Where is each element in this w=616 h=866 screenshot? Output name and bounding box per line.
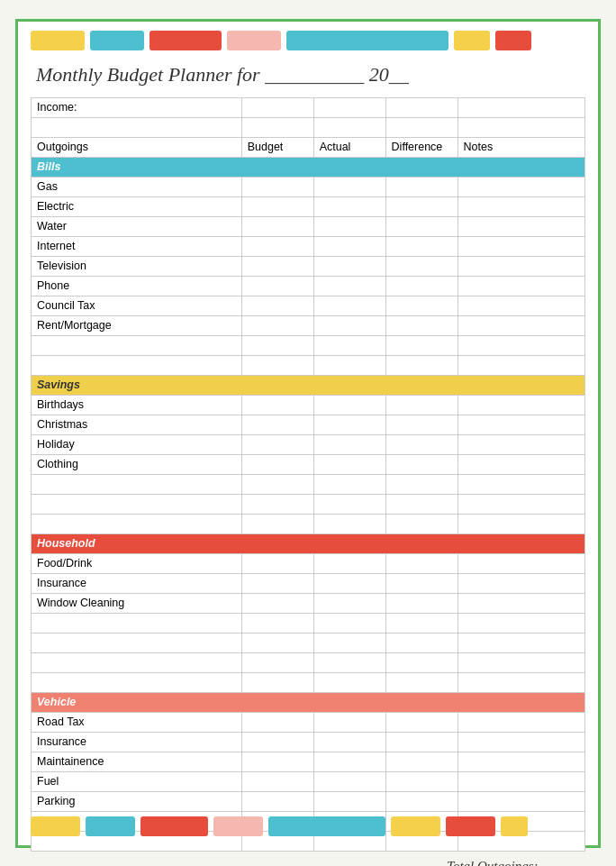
spacer-household-4 — [32, 672, 585, 692]
household-insurance-notes[interactable] — [457, 573, 584, 593]
vehicle-fuel-budget[interactable] — [241, 771, 313, 791]
savings-birthdays-notes[interactable] — [457, 395, 584, 415]
bills-electric-notes[interactable] — [457, 196, 584, 216]
household-windowcleaning-name: Window Cleaning — [32, 593, 242, 613]
savings-christmas-actual[interactable] — [313, 415, 385, 434]
vehicle-insurance-row: Insurance — [32, 732, 585, 752]
vehicle-roadtax-actual[interactable] — [313, 712, 385, 732]
bills-electric-actual[interactable] — [313, 196, 385, 216]
bills-rentmortgage-actual[interactable] — [313, 315, 385, 335]
bills-counciltax-notes[interactable] — [457, 296, 584, 315]
household-fooddrink-notes[interactable] — [457, 553, 584, 573]
savings-holiday-notes[interactable] — [457, 434, 584, 454]
bills-gas-budget[interactable] — [241, 177, 313, 196]
bills-internet-actual[interactable] — [313, 236, 385, 256]
col-outgoings-header: Outgoings — [32, 137, 242, 157]
vehicle-fuel-actual[interactable] — [313, 771, 385, 791]
bills-water-actual[interactable] — [313, 216, 385, 236]
savings-birthdays-diff — [385, 395, 457, 415]
income-row: Income: — [32, 97, 585, 117]
bills-counciltax-budget[interactable] — [241, 296, 313, 315]
bills-water-budget[interactable] — [241, 216, 313, 236]
savings-clothing-budget[interactable] — [241, 454, 313, 474]
bills-internet-notes[interactable] — [457, 236, 584, 256]
bills-gas-notes[interactable] — [457, 177, 584, 196]
vehicle-insurance-budget[interactable] — [241, 732, 313, 752]
vehicle-maintainence-actual[interactable] — [313, 752, 385, 771]
savings-holiday-actual[interactable] — [313, 434, 385, 454]
color-bar-bottom — [18, 811, 598, 845]
household-label: Household — [32, 533, 585, 553]
household-fooddrink-actual[interactable] — [313, 553, 385, 573]
household-windowcleaning-actual[interactable] — [313, 593, 385, 613]
savings-holiday-budget[interactable] — [241, 434, 313, 454]
vehicle-insurance-actual[interactable] — [313, 732, 385, 752]
vehicle-parking-budget[interactable] — [241, 791, 313, 811]
household-insurance-budget[interactable] — [241, 573, 313, 593]
savings-clothing-actual[interactable] — [313, 454, 385, 474]
vehicle-parking-actual[interactable] — [313, 791, 385, 811]
page: Monthly Budget Planner for __________ 20… — [15, 19, 601, 848]
vehicle-fuel-notes[interactable] — [457, 771, 584, 791]
vehicle-parking-notes[interactable] — [457, 791, 584, 811]
col-notes-header: Notes — [457, 137, 584, 157]
vehicle-roadtax-notes[interactable] — [457, 712, 584, 732]
household-insurance-actual[interactable] — [313, 573, 385, 593]
bills-television-notes[interactable] — [457, 256, 584, 276]
bills-electric-budget[interactable] — [241, 196, 313, 216]
savings-clothing-name: Clothing — [32, 454, 242, 474]
household-fooddrink-row: Food/Drink — [32, 553, 585, 573]
bills-television-actual[interactable] — [313, 256, 385, 276]
bills-counciltax-name: Council Tax — [32, 296, 242, 315]
savings-christmas-notes[interactable] — [457, 415, 584, 434]
bills-counciltax-actual[interactable] — [313, 296, 385, 315]
vehicle-roadtax-budget[interactable] — [241, 712, 313, 732]
total-outgoings-line: Total Outgoings:_______ — [18, 852, 598, 867]
savings-holiday-row: Holiday — [32, 434, 585, 454]
spacer-household-2 — [32, 633, 585, 652]
bills-rentmortgage-notes[interactable] — [457, 315, 584, 335]
bills-phone-actual[interactable] — [313, 276, 385, 296]
vehicle-fuel-name: Fuel — [32, 771, 242, 791]
household-fooddrink-budget[interactable] — [241, 553, 313, 573]
bills-television-budget[interactable] — [241, 256, 313, 276]
bills-rentmortgage-diff — [385, 315, 457, 335]
savings-birthdays-actual[interactable] — [313, 395, 385, 415]
savings-label: Savings — [32, 375, 585, 395]
savings-christmas-budget[interactable] — [241, 415, 313, 434]
budget-table: Income: Outgoings Budget Actual Differen… — [31, 97, 585, 852]
bills-rentmortgage-budget[interactable] — [241, 315, 313, 335]
bills-water-notes[interactable] — [457, 216, 584, 236]
vehicle-maintainence-name: Maintainence — [32, 752, 242, 771]
savings-christmas-row: Christmas — [32, 415, 585, 434]
vehicle-maintainence-budget[interactable] — [241, 752, 313, 771]
bills-gas-diff — [385, 177, 457, 196]
bills-internet-budget[interactable] — [241, 236, 313, 256]
bills-water-name: Water — [32, 216, 242, 236]
bills-phone-budget[interactable] — [241, 276, 313, 296]
bottom-bar-pink — [213, 816, 263, 836]
savings-clothing-notes[interactable] — [457, 454, 584, 474]
bills-gas-actual[interactable] — [313, 177, 385, 196]
vehicle-insurance-notes[interactable] — [457, 732, 584, 752]
savings-holiday-diff — [385, 434, 457, 454]
income-actual — [313, 97, 385, 117]
vehicle-maintainence-notes[interactable] — [457, 752, 584, 771]
bills-television-row: Television — [32, 256, 585, 276]
income-notes — [457, 97, 584, 117]
household-windowcleaning-diff — [385, 593, 457, 613]
category-vehicle-header: Vehicle — [32, 692, 585, 712]
spacer-after-bills-2 — [32, 355, 585, 375]
category-household-header: Household — [32, 533, 585, 553]
top-bar-teal2 — [286, 31, 448, 50]
vehicle-fuel-row: Fuel — [32, 771, 585, 791]
savings-birthdays-budget[interactable] — [241, 395, 313, 415]
bills-phone-row: Phone — [32, 276, 585, 296]
spacer-household-3 — [32, 652, 585, 672]
bills-water-diff — [385, 216, 457, 236]
household-windowcleaning-budget[interactable] — [241, 593, 313, 613]
bills-phone-notes[interactable] — [457, 276, 584, 296]
bills-label: Bills — [32, 157, 585, 177]
household-windowcleaning-notes[interactable] — [457, 593, 584, 613]
income-budget — [241, 97, 313, 117]
